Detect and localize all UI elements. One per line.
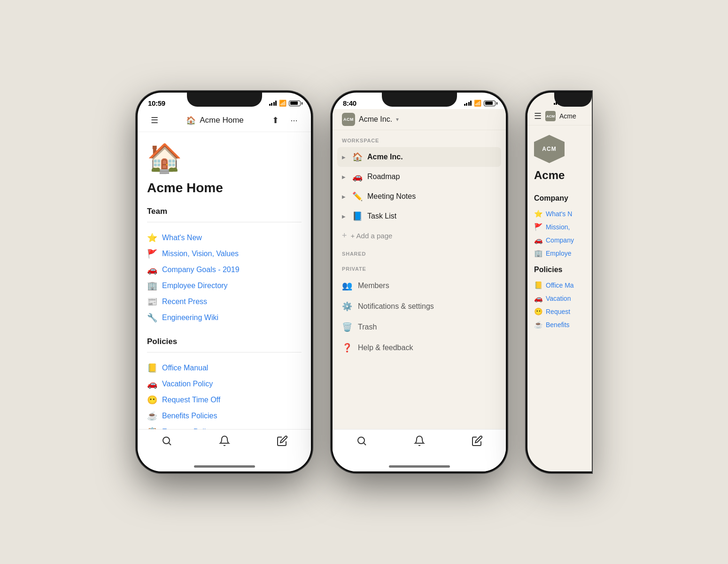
nav-title-3: Acme bbox=[559, 112, 576, 120]
list-item[interactable]: 😶Request Time Off bbox=[147, 392, 302, 408]
emoji-icon: ☕ bbox=[147, 411, 157, 421]
emoji-icon: 🏢 bbox=[534, 249, 543, 258]
sidebar-item-meeting-notes[interactable]: ▶ ✏️ Meeting Notes bbox=[333, 187, 506, 206]
emoji-icon: ⭐ bbox=[147, 233, 157, 243]
emoji-icon: 🚩 bbox=[534, 223, 543, 231]
wifi-icon-1: 📶 bbox=[279, 100, 287, 107]
emoji-icon: 😶 bbox=[147, 395, 157, 405]
sidebar-meta-members[interactable]: 👥 Members bbox=[333, 275, 506, 296]
phone-2-inner: 8:40 📶 ACM Acme Inc. ▾ bbox=[333, 93, 506, 471]
list-item[interactable]: 🚗 Vacation bbox=[527, 292, 592, 305]
item-icon-meeting-notes: ✏️ bbox=[352, 191, 363, 202]
chevron-icon: ▶ bbox=[342, 194, 346, 199]
search-tab-1[interactable] bbox=[161, 435, 172, 446]
team-list: ⭐What's New 🚩Mission, Vision, Values 🚗Co… bbox=[147, 230, 302, 326]
section-title-policies: Policies bbox=[147, 337, 302, 346]
phone3-section-company: Company bbox=[527, 194, 592, 207]
add-page-label-2: + Add a page bbox=[351, 232, 393, 240]
phone-2: 8:40 📶 ACM Acme Inc. ▾ bbox=[331, 91, 507, 473]
nav-bar-1: ☰ 🏠 Acme Home ⬆ ··· bbox=[138, 109, 311, 132]
svg-point-0 bbox=[163, 437, 170, 444]
list-item[interactable]: ☕Benefits Policies bbox=[147, 408, 302, 424]
notifications-tab-1[interactable] bbox=[219, 435, 230, 446]
list-item[interactable]: 📒Office Manual bbox=[147, 360, 302, 376]
menu-icon-1[interactable]: ☰ bbox=[147, 113, 162, 128]
nav-bar-3: ☰ ACM Acme bbox=[527, 107, 592, 125]
home-indicator-2 bbox=[389, 465, 450, 468]
notch-3 bbox=[554, 93, 592, 107]
battery-icon-2 bbox=[484, 101, 496, 106]
notifications-icon: ⚙️ bbox=[342, 301, 352, 312]
sidebar-meta-trash[interactable]: 🗑️ Trash bbox=[333, 317, 506, 337]
list-item[interactable]: 🏢 Employe bbox=[527, 247, 592, 260]
list-item[interactable]: 📰Recent Press bbox=[147, 294, 302, 310]
nav-title-1: 🏠 Acme Home bbox=[186, 116, 244, 125]
item-icon-roadmap: 🚗 bbox=[352, 172, 363, 182]
wifi-icon-2: 📶 bbox=[474, 100, 481, 107]
list-item[interactable]: 🚗 Company bbox=[527, 234, 592, 247]
sidebar-item-task-list[interactable]: ▶ 📘 Task List bbox=[333, 206, 506, 226]
emoji-icon: 📰 bbox=[147, 297, 157, 307]
edit-tab-2[interactable] bbox=[472, 435, 483, 446]
list-item[interactable]: 🚗Vacation Policy bbox=[147, 376, 302, 392]
trash-label: Trash bbox=[358, 323, 377, 331]
list-item[interactable]: ☕ Benefits bbox=[527, 318, 592, 331]
list-item[interactable]: 🔧Engineering Wiki bbox=[147, 310, 302, 326]
more-icon-1[interactable]: ··· bbox=[287, 113, 302, 128]
emoji-icon: 🚗 bbox=[534, 294, 543, 303]
phone3-page-title: Acme bbox=[534, 169, 585, 182]
sidebar-item-roadmap[interactable]: ▶ 🚗 Roadmap bbox=[333, 167, 506, 187]
list-item[interactable]: 🚩Mission, Vision, Values bbox=[147, 246, 302, 262]
signal-icon-2 bbox=[464, 101, 472, 106]
trash-icon: 🗑️ bbox=[342, 322, 352, 332]
emoji-icon: 🚗 bbox=[534, 236, 543, 244]
sidebar-meta-notifications[interactable]: ⚙️ Notifications & settings bbox=[333, 296, 506, 317]
item-label-acme: Acme Inc. bbox=[367, 153, 403, 161]
divider-team bbox=[147, 222, 302, 222]
help-label: Help & feedback bbox=[358, 344, 413, 352]
item-label-meeting-notes: Meeting Notes bbox=[367, 192, 416, 201]
policies-list: 📒Office Manual 🚗Vacation Policy 😶Request… bbox=[147, 360, 302, 440]
edit-tab-1[interactable] bbox=[277, 435, 288, 446]
battery-fill-1 bbox=[290, 102, 298, 105]
phone-3-inner: 📶 ☰ ACM Acme ACM Acme bbox=[527, 93, 592, 471]
item-icon-task-list: 📘 bbox=[352, 211, 363, 221]
list-item[interactable]: 🚩 Mission, bbox=[527, 220, 592, 234]
svg-point-2 bbox=[358, 437, 364, 444]
item-icon-acme: 🏠 bbox=[352, 152, 363, 162]
emoji-icon: ☕ bbox=[534, 321, 543, 329]
workspace-badge-3: ACM bbox=[545, 111, 556, 121]
battery-fill-2 bbox=[485, 102, 493, 105]
add-page-button-2[interactable]: + + Add a page bbox=[333, 226, 506, 245]
notifications-label: Notifications & settings bbox=[358, 302, 434, 311]
workspace-name-2: Acme Inc. bbox=[359, 115, 392, 124]
scene: 10:59 📶 ☰ 🏠 Acme Home bbox=[117, 63, 611, 501]
chevron-icon: ▶ bbox=[342, 214, 346, 219]
divider-policies bbox=[147, 352, 302, 352]
sidebar-content-2: WORKSPACE ▶ 🏠 Acme Inc. ▶ 🚗 Roadmap ▶ ✏️ bbox=[333, 130, 506, 471]
phone3-header: ACM Acme bbox=[527, 125, 592, 194]
notifications-tab-2[interactable] bbox=[414, 435, 425, 446]
chevron-icon: ▶ bbox=[342, 155, 346, 160]
list-item[interactable]: ⭐What's New bbox=[147, 230, 302, 246]
sidebar-item-acme[interactable]: ▶ 🏠 Acme Inc. bbox=[337, 147, 501, 167]
list-item[interactable]: 🏢Employee Directory bbox=[147, 278, 302, 294]
help-icon: ❓ bbox=[342, 343, 352, 353]
battery-icon-1 bbox=[289, 101, 301, 106]
phone-1-inner: 10:59 📶 ☰ 🏠 Acme Home bbox=[138, 93, 311, 471]
menu-icon-3[interactable]: ☰ bbox=[534, 111, 542, 121]
sidebar-meta-help[interactable]: ❓ Help & feedback bbox=[333, 337, 506, 358]
home-indicator-1 bbox=[194, 465, 255, 468]
list-item[interactable]: 📒 Office Ma bbox=[527, 279, 592, 292]
shared-label-2: SHARED bbox=[333, 245, 506, 260]
notch-2 bbox=[382, 93, 457, 107]
chevron-down-icon-2[interactable]: ▾ bbox=[396, 116, 399, 123]
search-tab-2[interactable] bbox=[356, 435, 367, 446]
members-label: Members bbox=[358, 282, 389, 290]
list-item[interactable]: 🚗Company Goals - 2019 bbox=[147, 262, 302, 278]
list-item[interactable]: 😶 Request bbox=[527, 305, 592, 318]
list-item[interactable]: ⭐ What's N bbox=[527, 207, 592, 220]
share-icon-1[interactable]: ⬆ bbox=[268, 113, 283, 128]
chevron-icon: ▶ bbox=[342, 174, 346, 180]
page-icon-1: 🏠 bbox=[147, 141, 302, 175]
